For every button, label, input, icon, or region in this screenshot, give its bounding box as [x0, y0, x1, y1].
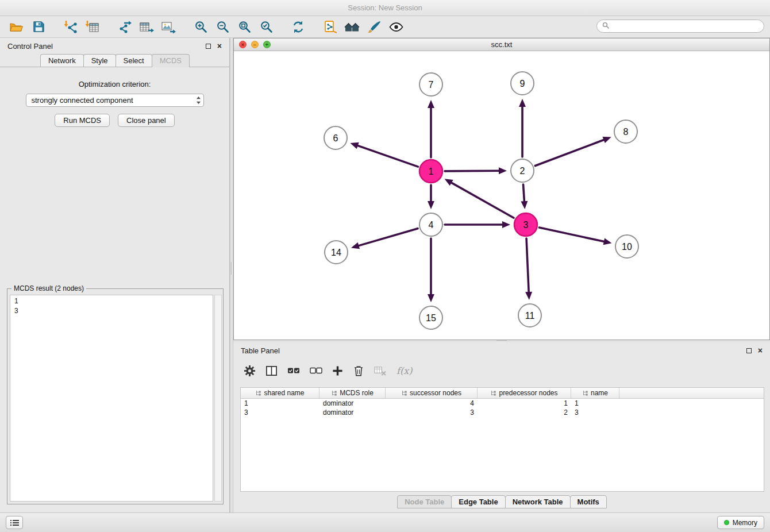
graph-node-7[interactable]: 7	[419, 73, 442, 96]
show-hide-icon[interactable]	[387, 18, 405, 36]
tab-node-table[interactable]: Node Table	[397, 495, 452, 508]
graph-edge-3-10[interactable]	[539, 228, 605, 242]
graph-node-6[interactable]: 6	[324, 126, 347, 149]
table-cell[interactable]: 2	[478, 408, 571, 417]
table-settings-icon[interactable]	[244, 365, 256, 377]
show-columns-icon[interactable]	[265, 365, 278, 377]
float-table-panel-icon[interactable]	[746, 348, 752, 353]
control-panel-header: Control Panel ×	[0, 38, 229, 54]
network-canvas[interactable]: 7968124314101511	[234, 51, 769, 340]
import-network-icon[interactable]	[62, 18, 79, 36]
close-panel-icon[interactable]: ×	[217, 43, 222, 49]
clear-selection-icon[interactable]	[310, 366, 322, 375]
save-session-icon[interactable]	[30, 18, 47, 36]
table-cell[interactable]: 3	[386, 408, 478, 417]
mcds-result-line: 1	[14, 296, 209, 306]
maximize-window-icon[interactable]: +	[263, 41, 271, 48]
log-console-button[interactable]	[6, 516, 23, 529]
column-header-shared-name[interactable]: shared name	[241, 388, 319, 398]
column-header-successor-nodes[interactable]: successor nodes	[386, 388, 478, 398]
function-builder-icon[interactable]: f(x)	[396, 365, 412, 376]
table-cell[interactable]: dominator	[319, 408, 386, 417]
graph-node-label: 10	[622, 242, 632, 252]
graph-node-3[interactable]: 3	[514, 213, 537, 236]
memory-status-icon	[724, 520, 729, 525]
graph-edge-1-6[interactable]	[357, 145, 418, 167]
tab-network-table[interactable]: Network Table	[505, 495, 571, 508]
graph-node-label: 14	[331, 248, 341, 257]
zoom-in-icon[interactable]	[192, 18, 209, 36]
table-row[interactable]: 1dominator411	[241, 399, 764, 408]
tab-motifs[interactable]: Motifs	[570, 495, 607, 508]
graph-edge-1-2[interactable]	[445, 171, 500, 171]
graph-edge-2-8[interactable]	[535, 140, 605, 166]
graph-edge-2-3[interactable]	[523, 184, 525, 202]
table-cell[interactable]: 1	[478, 399, 571, 408]
graph-edge-3-1[interactable]	[451, 182, 514, 218]
annotation-icon[interactable]	[322, 18, 339, 36]
graph-node-2[interactable]: 2	[511, 159, 534, 182]
search-input[interactable]	[613, 22, 759, 30]
graph-node-1[interactable]: 1	[419, 160, 442, 183]
memory-label: Memory	[733, 519, 757, 527]
column-header-name[interactable]: name	[571, 388, 619, 398]
tab-edge-table[interactable]: Edge Table	[451, 495, 505, 508]
table-cell[interactable]: 4	[386, 399, 478, 408]
zoom-fit-icon[interactable]	[236, 18, 253, 36]
column-header-MCDS-role[interactable]: MCDS role	[319, 388, 386, 398]
delete-table-icon[interactable]	[374, 365, 387, 376]
refresh-layout-icon[interactable]	[290, 18, 307, 36]
control-panel: Control Panel × NetworkStyleSelectMCDS O…	[0, 38, 230, 512]
graph-edge-arrowhead	[499, 167, 507, 174]
import-table-icon[interactable]	[84, 18, 101, 36]
graph-node-label: 2	[520, 166, 525, 176]
export-table-icon[interactable]	[138, 18, 155, 36]
network-view-titlebar[interactable]: × − + scc.txt	[234, 38, 769, 51]
graph-node-10[interactable]: 10	[615, 235, 638, 258]
table-cell[interactable]: dominator	[319, 399, 386, 408]
style-brush-icon[interactable]	[365, 18, 383, 36]
mcds-result-scrollbar[interactable]	[214, 295, 222, 502]
optimization-dropdown[interactable]: strongly connected component	[26, 94, 204, 107]
open-session-icon[interactable]	[8, 18, 25, 36]
graph-edge-4-14[interactable]	[357, 229, 418, 246]
optimization-label: Optimization criterion:	[0, 80, 229, 88]
table-cell[interactable]: 1	[571, 399, 619, 408]
mcds-result-list[interactable]: 13	[10, 295, 213, 502]
column-header-predecessor-nodes[interactable]: predecessor nodes	[478, 388, 571, 398]
graph-node-15[interactable]: 15	[419, 306, 442, 329]
close-panel-button[interactable]: Close panel	[118, 114, 175, 127]
network-view-window: × − + scc.txt 7968124314101511	[233, 38, 770, 340]
search-field[interactable]	[596, 20, 764, 33]
select-all-icon[interactable]	[287, 366, 300, 375]
run-mcds-button[interactable]: Run MCDS	[55, 114, 110, 127]
graph-edge-3-11[interactable]	[526, 238, 529, 293]
export-image-icon[interactable]	[160, 18, 177, 36]
zoom-out-icon[interactable]	[214, 18, 231, 36]
graph-node-8[interactable]: 8	[614, 120, 637, 143]
close-window-icon[interactable]: ×	[239, 41, 247, 48]
table-row[interactable]: 3dominator323	[241, 408, 764, 417]
add-row-icon[interactable]	[332, 365, 343, 376]
tab-style[interactable]: Style	[83, 54, 116, 67]
export-network-icon[interactable]	[116, 18, 133, 36]
graph-node-4[interactable]: 4	[419, 213, 442, 236]
close-table-panel-icon[interactable]: ×	[758, 348, 763, 353]
table-cell[interactable]: 3	[241, 408, 319, 417]
table-cell[interactable]: 1	[241, 399, 319, 408]
node-table-header: shared nameMCDS rolesuccessor nodesprede…	[241, 388, 764, 399]
delete-row-icon[interactable]	[353, 365, 364, 377]
tab-mcds[interactable]: MCDS	[152, 54, 190, 67]
tab-network[interactable]: Network	[40, 54, 84, 67]
graph-node-11[interactable]: 11	[518, 304, 541, 327]
graph-node-9[interactable]: 9	[511, 72, 534, 95]
tab-select[interactable]: Select	[116, 54, 152, 67]
table-cell[interactable]: 3	[571, 408, 619, 417]
minimize-window-icon[interactable]: −	[251, 41, 259, 48]
zoom-selected-icon[interactable]	[257, 18, 275, 36]
float-panel-icon[interactable]	[206, 44, 211, 49]
memory-button[interactable]: Memory	[717, 516, 764, 529]
graph-node-label: 1	[429, 167, 434, 176]
graph-node-14[interactable]: 14	[325, 241, 348, 264]
home-overview-icon[interactable]	[344, 18, 361, 36]
